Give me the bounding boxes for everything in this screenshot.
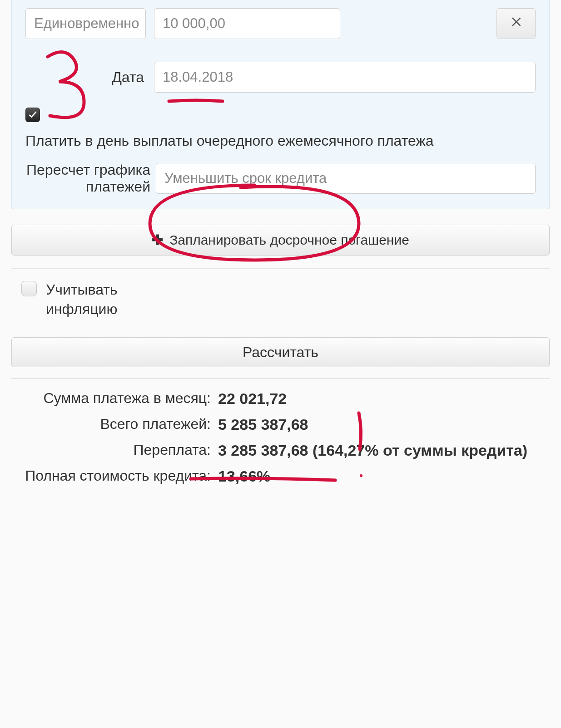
inflation-label: Учитывать инфляцию xyxy=(46,280,137,319)
calculate-label: Рассчитать xyxy=(243,344,318,361)
results-block: Сумма платежа в месяц: 22 021,72 Всего п… xyxy=(11,378,550,485)
plan-prepayment-label: Запланировать досрочное погашение xyxy=(169,232,409,248)
check-icon xyxy=(28,106,38,123)
payment-type-value: Единовременно xyxy=(34,15,139,32)
date-input[interactable] xyxy=(154,62,536,93)
calculate-button[interactable]: Рассчитать xyxy=(11,337,550,367)
date-label: Дата xyxy=(25,69,146,86)
close-icon xyxy=(509,15,523,32)
pay-on-due-label: Платить в день выплаты очередного ежемес… xyxy=(25,131,536,151)
payment-amount-field[interactable] xyxy=(163,15,332,32)
total-label: Всего платежей: xyxy=(11,416,218,433)
overpay-label: Переплата: xyxy=(11,442,218,458)
monthly-label: Сумма платежа в месяц: xyxy=(11,390,218,407)
recalc-value: Уменьшить срок кредита xyxy=(164,170,327,187)
prepayment-panel: Единовременно Дата xyxy=(11,0,550,209)
fullcost-label: Полная стоимость кредита: xyxy=(11,467,218,484)
overpay-value: 3 285 387,68 (164,27% от суммы кредита) xyxy=(218,442,550,459)
payment-amount-input[interactable] xyxy=(154,8,340,39)
delete-button[interactable] xyxy=(496,8,536,39)
recalc-select[interactable]: Уменьшить срок кредита xyxy=(156,163,536,194)
plan-prepayment-button[interactable]: ✚ Запланировать досрочное погашение xyxy=(11,225,550,256)
monthly-value: 22 021,72 xyxy=(218,390,550,408)
separator xyxy=(11,268,550,269)
total-value: 5 285 387,68 xyxy=(218,416,550,433)
date-field[interactable] xyxy=(163,69,527,85)
pay-on-due-checkbox[interactable] xyxy=(25,108,40,122)
plus-icon: ✚ xyxy=(152,232,163,248)
fullcost-value: 13,66% xyxy=(218,467,550,485)
inflation-checkbox[interactable] xyxy=(21,281,37,296)
recalc-label: Пересчет графика платежей xyxy=(25,162,150,195)
payment-type-select[interactable]: Единовременно xyxy=(25,8,146,39)
